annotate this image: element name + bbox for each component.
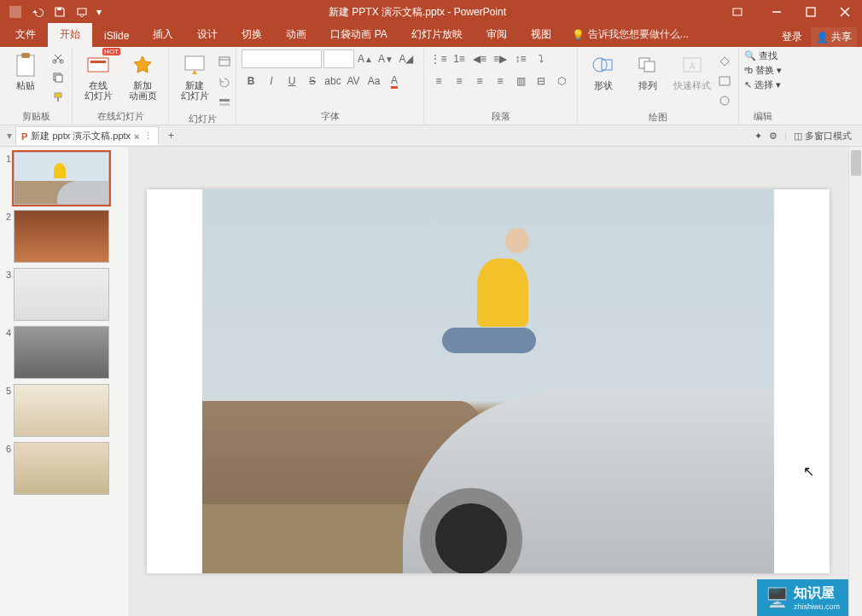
layout-button[interactable] (218, 53, 230, 70)
shape-effects-button[interactable] (716, 92, 733, 109)
decrease-indent-button[interactable]: ◀≡ (470, 49, 489, 68)
svg-rect-5 (807, 8, 815, 16)
maximize-button[interactable] (794, 0, 828, 24)
shape-fill-button[interactable] (716, 53, 733, 70)
quick-styles-icon: A (679, 51, 706, 78)
italic-button[interactable]: I (262, 72, 281, 90)
new-tab-button[interactable]: + (162, 127, 181, 144)
decrease-font-button[interactable]: A▼ (376, 49, 395, 68)
slide-thumbnail-1[interactable]: 1 (3, 152, 125, 205)
justify-button[interactable]: ≡ (491, 72, 510, 90)
star-icon[interactable]: ✦ (754, 131, 762, 142)
clear-formatting-button[interactable]: A◢ (397, 49, 416, 68)
columns-button[interactable]: ▥ (511, 72, 530, 90)
new-anim-page-button[interactable]: 新加 动画页 (122, 49, 163, 102)
align-center-button[interactable]: ≡ (450, 72, 469, 90)
slide-image[interactable] (202, 189, 774, 573)
online-slides-button[interactable]: HOT 在线 幻灯片 (78, 49, 119, 102)
format-painter-button[interactable] (50, 89, 67, 106)
lightbulb-icon: 💡 (572, 29, 585, 41)
slide-thumbnail-5[interactable]: 5 (3, 384, 125, 437)
select-button[interactable]: ↖选择▾ (744, 78, 782, 91)
copy-button[interactable] (50, 69, 67, 86)
tab-animations[interactable]: 动画 (274, 23, 318, 47)
shadow-button[interactable]: abc (323, 72, 342, 90)
group-slides: 新建 幻灯片 幻灯片 (169, 47, 236, 125)
smartart-button[interactable]: ⬡ (552, 72, 571, 90)
qat-more-button[interactable]: ▾ (94, 2, 104, 22)
bullets-button[interactable]: ⋮≡ (429, 49, 448, 68)
underline-button[interactable]: U (282, 72, 301, 90)
save-button[interactable] (50, 2, 70, 22)
slide-thumbnail-6[interactable]: 6 (3, 442, 125, 495)
ribbon-display-button[interactable] (725, 0, 749, 24)
shapes-button[interactable]: 形状 (583, 49, 624, 92)
sign-in-button[interactable]: 登录 (782, 30, 802, 44)
tab-insert[interactable]: 插入 (141, 23, 185, 47)
align-right-button[interactable]: ≡ (470, 72, 489, 90)
shapes-icon (590, 51, 617, 78)
new-slide-button[interactable]: 新建 幻灯片 (174, 49, 215, 102)
tab-pocket-anim[interactable]: 口袋动画 PA (318, 23, 399, 47)
svg-rect-11 (55, 75, 62, 82)
line-spacing-button[interactable]: ↕≡ (511, 49, 530, 68)
find-button[interactable]: 🔍查找 (744, 49, 782, 62)
close-button[interactable] (828, 0, 862, 24)
start-from-beginning-button[interactable] (72, 2, 92, 22)
font-family-combo[interactable] (242, 49, 322, 68)
group-editing: 🔍查找 ᵃb替换▾ ↖选择▾ 编辑 (739, 47, 787, 125)
align-text-button[interactable]: ⊟ (532, 72, 550, 90)
svg-rect-17 (219, 57, 230, 66)
align-left-button[interactable]: ≡ (429, 72, 448, 90)
tab-view[interactable]: 视图 (519, 23, 563, 47)
share-button[interactable]: 👤 共享 (811, 27, 857, 47)
slide-thumbnail-panel[interactable]: 1 2 3 4 5 6 (0, 147, 128, 616)
tab-slideshow[interactable]: 幻灯片放映 (399, 23, 475, 47)
tab-transitions[interactable]: 切换 (230, 23, 274, 47)
replace-icon: ᵃb (744, 65, 753, 76)
group-font: A▲ A▼ A◢ B I U S abc AV Aa A 字体 (236, 47, 424, 125)
app-icon[interactable] (5, 2, 26, 22)
doctab-list-button[interactable]: ▾ (3, 130, 15, 142)
replace-button[interactable]: ᵃb替换▾ (744, 64, 782, 77)
text-direction-button[interactable]: ⤵ (532, 49, 550, 68)
slide-canvas-area[interactable]: ↖ 🖥️ 知识屋 zhishiwu.com (128, 147, 848, 616)
tell-me[interactable]: 💡 告诉我您想要做什么... (563, 23, 697, 47)
arrange-button[interactable]: 排列 (627, 49, 668, 92)
minimize-button[interactable] (760, 0, 794, 24)
vertical-scrollbar[interactable] (848, 147, 862, 616)
slide-canvas[interactable] (147, 189, 830, 573)
tab-design[interactable]: 设计 (185, 23, 230, 47)
tab-islide[interactable]: iSlide (92, 26, 141, 47)
increase-indent-button[interactable]: ≡▶ (491, 49, 510, 68)
font-size-combo[interactable] (323, 49, 354, 68)
close-tab-button[interactable]: × (134, 131, 139, 142)
scrollbar-thumb[interactable] (851, 150, 861, 176)
reset-button[interactable] (218, 73, 230, 90)
shape-outline-button[interactable] (716, 73, 733, 90)
slide-thumbnail-2[interactable]: 2 (3, 210, 125, 263)
change-case-button[interactable]: Aa (364, 72, 383, 90)
anim-icon (129, 51, 156, 78)
font-color-button[interactable]: A (385, 72, 404, 90)
quick-styles-button[interactable]: A 快速样式 (672, 49, 713, 92)
section-button[interactable] (218, 94, 230, 111)
multiwindow-button[interactable]: ◫ 多窗口模式 (794, 130, 852, 142)
svg-rect-19 (219, 99, 230, 102)
document-tab[interactable]: P 新建 pptx 演示文稿.pptx × ⋮ (15, 126, 159, 145)
strikethrough-button[interactable]: S (303, 72, 322, 90)
slide-thumbnail-3[interactable]: 3 (3, 268, 125, 321)
char-spacing-button[interactable]: AV (344, 72, 363, 90)
slide-thumbnail-4[interactable]: 4 (3, 326, 125, 379)
arrange-icon (634, 51, 661, 78)
paste-button[interactable]: 粘贴 (5, 49, 46, 92)
increase-font-button[interactable]: A▲ (356, 49, 375, 68)
gear-icon[interactable]: ⚙ (769, 131, 778, 142)
bold-button[interactable]: B (242, 72, 260, 90)
tab-file[interactable]: 文件 (3, 23, 48, 47)
numbering-button[interactable]: 1≡ (450, 49, 469, 68)
cut-button[interactable] (50, 49, 67, 67)
tab-home[interactable]: 开始 (48, 23, 92, 47)
tab-review[interactable]: 审阅 (475, 23, 519, 47)
undo-button[interactable] (27, 2, 48, 22)
